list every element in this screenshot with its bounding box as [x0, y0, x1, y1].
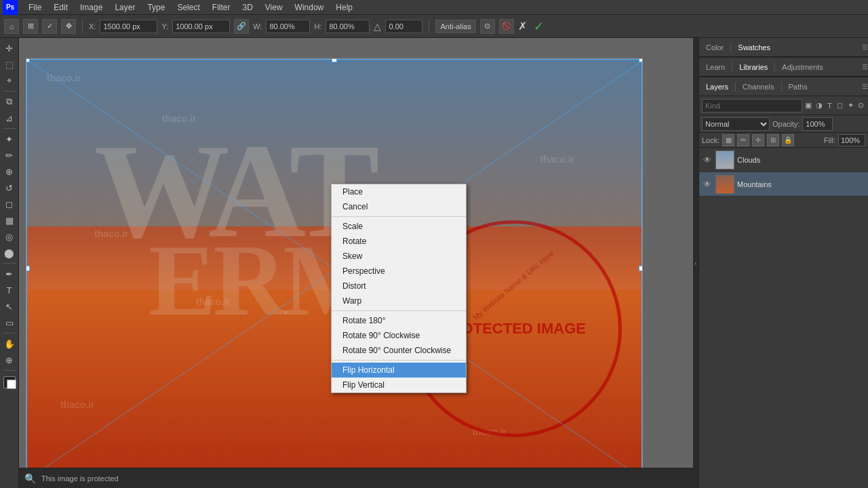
menu-3d[interactable]: 3D [237, 1, 258, 14]
panel-options-icon-3[interactable]: ☰ [862, 83, 868, 90]
ctx-scale[interactable]: Scale [332, 219, 466, 234]
handle-top-center[interactable] [332, 59, 337, 62]
shape-tool-icon[interactable]: ▭ [2, 315, 17, 330]
link-icon[interactable]: 🔗 [234, 19, 249, 34]
transform-tool-btn[interactable]: ⊞ [23, 19, 38, 34]
tab-paths[interactable]: Paths [782, 80, 814, 94]
cancel-x-icon[interactable]: ✗ [518, 20, 527, 33]
foreground-color-icon[interactable] [3, 376, 16, 388]
tab-layers[interactable]: Layers [699, 80, 735, 94]
layer-row-mountains[interactable]: 👁 Mountains [699, 172, 868, 197]
h-input[interactable] [326, 20, 370, 33]
tool-sep-5 [3, 370, 16, 371]
menu-view[interactable]: View [260, 1, 288, 14]
path-select-icon[interactable]: ↖ [2, 299, 17, 314]
ctx-sep-1 [332, 216, 466, 217]
brush-tool-icon[interactable]: ✏ [2, 148, 17, 163]
menu-file[interactable]: File [23, 1, 47, 14]
ctx-rotate-90cw[interactable]: Rotate 90° Clockwise [332, 328, 466, 343]
dodge-tool-icon[interactable]: ⬤ [2, 245, 17, 260]
ctx-rotate-90ccw[interactable]: Rotate 90° Counter Clockwise [332, 343, 466, 358]
handle-top-right[interactable] [639, 59, 642, 62]
layer-eye-clouds[interactable]: 👁 [702, 155, 713, 165]
x-label: X: [89, 22, 96, 30]
panel-collapse-bar[interactable]: ‹ [693, 38, 698, 488]
y-input[interactable] [172, 20, 230, 33]
layer-thumb-mountains [715, 175, 734, 194]
layer-filter-pixel-icon[interactable]: ▣ [804, 100, 813, 112]
lock-checkerboard-btn[interactable]: ▦ [722, 134, 734, 146]
type-tool-icon[interactable]: T [2, 283, 17, 298]
panel-options-icon-1[interactable]: ☰ [862, 43, 868, 51]
menu-image[interactable]: Image [75, 1, 108, 14]
tab-learn[interactable]: Learn [699, 60, 732, 74]
ctx-rotate-180[interactable]: Rotate 180° [332, 313, 466, 328]
tab-libraries[interactable]: Libraries [732, 60, 774, 74]
ctx-perspective[interactable]: Perspective [332, 264, 466, 279]
tab-color[interactable]: Color [699, 41, 730, 54]
layer-eye-mountains[interactable]: 👁 [702, 180, 713, 189]
menu-edit[interactable]: Edit [48, 1, 73, 14]
check-small-btn[interactable]: ✓ [42, 19, 57, 34]
move-tool-btn[interactable]: ✥ [61, 19, 76, 34]
layer-filter-on-icon[interactable]: ⊙ [857, 100, 866, 112]
menu-help[interactable]: Help [330, 1, 358, 14]
ctx-flip-vertical[interactable]: Flip Vertical [332, 378, 466, 392]
move-tool-icon[interactable]: ✛ [2, 41, 17, 56]
ctx-skew[interactable]: Skew [332, 249, 466, 264]
stamp-tool-icon[interactable]: ⊕ [2, 164, 17, 179]
lock-position-btn[interactable]: ✛ [752, 134, 764, 146]
layer-filter-smart-icon[interactable]: ✦ [846, 100, 855, 112]
lock-artboard-btn[interactable]: ⊞ [767, 134, 779, 146]
warp-icon-btn[interactable]: ⊙ [480, 19, 495, 34]
blend-mode-select[interactable]: Normal [702, 117, 770, 131]
layer-filter-adjust-icon[interactable]: ◑ [815, 100, 824, 112]
blur-tool-icon[interactable]: ◎ [2, 229, 17, 244]
layer-filter-shape-icon[interactable]: ◻ [836, 100, 845, 112]
lock-brush-btn[interactable]: ✏ [737, 134, 749, 146]
pen-tool-icon[interactable]: ✒ [2, 266, 17, 281]
heal-tool-icon[interactable]: ✦ [2, 131, 17, 146]
menu-type[interactable]: Type [142, 1, 170, 14]
opacity-input[interactable] [802, 117, 833, 131]
gradient-tool-icon[interactable]: ▦ [2, 213, 17, 228]
layer-thumb-clouds [715, 150, 734, 169]
layer-row-clouds[interactable]: 👁 Clouds [699, 148, 868, 172]
w-input[interactable] [266, 20, 310, 33]
ctx-warp[interactable]: Warp [332, 293, 466, 308]
angle-input[interactable] [385, 20, 422, 33]
lasso-tool-icon[interactable]: ⌖ [2, 73, 17, 88]
menu-window[interactable]: Window [290, 1, 330, 14]
menu-filter[interactable]: Filter [207, 1, 236, 14]
crop-tool-icon[interactable]: ⧉ [2, 94, 17, 109]
hand-tool-icon[interactable]: ✋ [2, 336, 17, 351]
menu-select[interactable]: Select [172, 1, 205, 14]
ctx-cancel[interactable]: Cancel [332, 199, 466, 214]
lock-all-btn[interactable]: 🔒 [782, 134, 794, 146]
select-tool-icon[interactable]: ⬚ [2, 57, 17, 72]
fill-input[interactable] [838, 134, 865, 146]
ctx-place[interactable]: Place [332, 184, 466, 199]
ctx-rotate[interactable]: Rotate [332, 234, 466, 249]
right-panel: Color Swatches ☰ Learn Libraries Adjustm… [698, 38, 868, 488]
layer-filter-type-icon[interactable]: T [825, 100, 834, 112]
panel-options-icon-2[interactable]: ☰ [862, 63, 868, 70]
zoom-tool-icon[interactable]: ⊕ [2, 352, 17, 367]
ctx-distort[interactable]: Distort [332, 279, 466, 293]
eraser-tool-icon[interactable]: ◻ [2, 197, 17, 211]
x-input[interactable] [100, 20, 157, 33]
handle-top-left[interactable] [26, 59, 30, 62]
tab-channels[interactable]: Channels [736, 80, 781, 94]
tab-adjustments[interactable]: Adjustments [775, 60, 830, 74]
tab-swatches[interactable]: Swatches [731, 41, 777, 54]
magnify-icon[interactable]: 🔍 [24, 473, 36, 484]
home-button[interactable]: ⌂ [4, 19, 19, 34]
anti-alias-button[interactable]: Anti-alias [435, 20, 475, 33]
layers-search-input[interactable] [702, 99, 802, 113]
history-brush-icon[interactable]: ↺ [2, 180, 17, 195]
menu-layer[interactable]: Layer [109, 1, 140, 14]
eyedrop-tool-icon[interactable]: ⊿ [2, 110, 17, 125]
ctx-flip-horizontal[interactable]: Flip Horizontal [332, 363, 466, 378]
cancel-transform-btn[interactable]: 🚫 [499, 19, 514, 34]
confirm-transform-btn[interactable]: ✓ [534, 19, 544, 34]
